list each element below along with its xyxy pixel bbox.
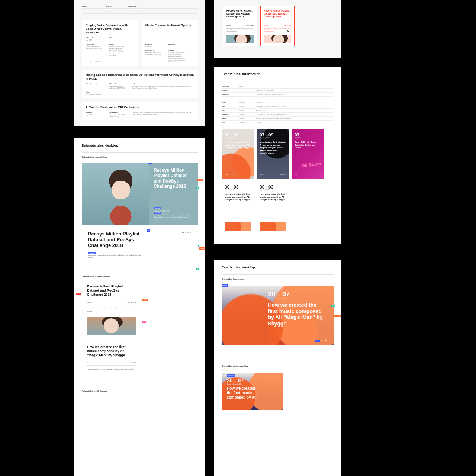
pub-card-2[interactable]: Music Personalization at Spotify Deliver… <box>142 20 198 66</box>
artboard-publications: Authors Required Custom text Link Requir… <box>74 0 205 126</box>
artboard-events-desktop: Events tiles, desktop Events tiles, larg… <box>214 260 341 476</box>
hover-default-photo <box>226 35 254 43</box>
marker-m-right-1: 16 px <box>142 299 148 301</box>
event-hero-title: How we created the first music composed … <box>268 302 327 327</box>
medium2-desc: Lorem ipsum dolor sit amet, consectetur … <box>87 369 136 373</box>
cursor-icon <box>287 30 290 33</box>
datasets-section-title: Datasets tiles, desktop <box>82 144 198 147</box>
marker-m-right-2: 4% <box>142 321 146 323</box>
datasets-sub-small: Dataset tiles, small, desktop <box>82 390 198 392</box>
pub-card-1-title: Singing Voice Separation with Deep U-Net… <box>86 23 134 35</box>
events-desk-sub-medium: Events tiles, medium, desktop <box>222 365 334 367</box>
pub1-venue-label: Published in <box>86 43 103 45</box>
dataset-white-desc: Lorem ipsum dolor sit amet, consectetur … <box>88 254 141 258</box>
pub-card-1[interactable]: Singing Voice Separation with Deep U-Net… <box>82 20 138 66</box>
row-link-req: Required <box>105 11 123 13</box>
pub1-date: July 2017 <box>86 39 92 41</box>
pub1-authors-label: Authors <box>109 43 126 45</box>
marker-intro: intro-wide <box>154 212 161 214</box>
hover-card-active[interactable]: Recsys Million Playlist Dataset and RecS… <box>260 6 295 46</box>
event-tile-medium[interactable]: date-start 30 → 07 August September 2018… <box>222 373 283 410</box>
pub1-status-label: Publisher <box>109 37 126 39</box>
dataset-white-date: Jan 12, 2018 <box>181 232 191 234</box>
dataset-white-title: Recsys Million Playlist Dataset and RecS… <box>88 231 145 248</box>
medium1-date: Jan 12, 2018 <box>128 301 136 303</box>
marker-intro-2: intro-wide <box>88 252 96 254</box>
row-link-val: Link out • Download file <box>128 11 146 13</box>
marker-datestart: date-start <box>222 284 228 287</box>
pub-card-3-title: Mining Labeled Data from Web-Scale Colle… <box>86 73 194 81</box>
ev-marker-2: intro-wide <box>334 315 341 317</box>
tile5-photo <box>260 222 286 231</box>
event-tile-5[interactable]: 30→03 April May 2018 How we created the … <box>257 181 289 234</box>
dataset-tile-large-image[interactable]: title Recsys Million Playlist Dataset an… <box>82 163 198 225</box>
dataset-tile-medium-2[interactable]: How we created the first music composed … <box>82 341 141 377</box>
events-desk-title: Events tiles, desktop <box>222 266 334 269</box>
row-link-label: Link <box>82 11 100 13</box>
hover-active-title: Recsys Million Playlist Dataset and RecS… <box>264 9 291 18</box>
pub2-status: Accepted <box>168 43 186 45</box>
col-authors: Authors <box>82 5 100 7</box>
marker-loc: location <box>315 340 320 342</box>
dataset-hero-photo <box>82 163 149 225</box>
event-tile-4[interactable]: 30→03 April May 2018 How we created the … <box>222 181 254 234</box>
upcoming-label: Upcoming event <box>222 282 334 284</box>
datasets-sub-medium: Datasets tiles, medium, desktop <box>82 276 198 278</box>
hover-active-photo <box>264 35 291 43</box>
hover-default-body: Lorem ipsum dolor sit amet, consectetur … <box>226 28 254 32</box>
dataset-tile-large-text[interactable]: title Recsys Million Playlist Dataset an… <box>82 226 198 264</box>
medium1-title: Recsys Million Playlist Dataset and RecS… <box>87 284 131 297</box>
medium2-cat: Dataset <box>87 362 92 364</box>
marker-right-5: 40 <box>196 268 199 270</box>
event-tile-2[interactable]: 07→09 May May 2018 Introducing Coördinat… <box>257 129 289 178</box>
event-tile-3[interactable]: 07 May 2018 Open Talk with Data Scientis… <box>292 129 324 178</box>
marker-title-2: title <box>147 229 150 232</box>
dataset-hero-intro: Lorem ipsum dolor sit amet, consectetur … <box>154 214 190 219</box>
pub-card-3[interactable]: Mining Labeled Data from Web-Scale Colle… <box>82 70 198 98</box>
artboard-hover-cards: Recsys Million Playlist Dataset and RecS… <box>214 0 341 58</box>
medium2-date: Jan 12, 2018 <box>128 362 136 364</box>
pub-card-2-title: Music Personalization at Spotify <box>145 23 194 27</box>
marker-category: category <box>154 207 161 209</box>
datasets-sub-large: Datasets tiles, large, desktop <box>82 156 198 158</box>
artboard-events-info: Events tiles, information PropertiesValu… <box>214 67 341 244</box>
marker-right-4: intro-wide <box>199 247 205 250</box>
marker-med-date: date-start <box>227 374 235 377</box>
medium1-photo <box>87 317 136 335</box>
event-tile-1[interactable]: 30→03 April May 2018 How we created the … <box>222 129 254 178</box>
dataset-tile-medium-1[interactable]: Recsys Million Playlist Dataset and RecS… <box>82 280 141 339</box>
event-tile-large[interactable]: date-start 30 → 07 August September 2018… <box>222 286 334 345</box>
events-info-title: Events tiles, information <box>222 72 334 76</box>
upcoming-label-2: Upcoming event <box>222 369 334 371</box>
marker-left-red: 40 px <box>76 293 81 295</box>
dataset-hero-title: Recsys Million Playlist Dataset and RecS… <box>154 168 190 189</box>
events-desk-sub-large: Events tiles, large, desktop <box>222 278 334 280</box>
hover-default-title: Recsys Million Playlist Dataset and RecS… <box>226 9 254 18</box>
medium1-desc: Lorem ipsum dolor sit amet, consectetur … <box>87 308 136 312</box>
hover-card-default[interactable]: Recsys Million Playlist Dataset and RecS… <box>223 6 257 46</box>
marker-right-1: 16 px <box>197 179 203 181</box>
col-custom: Custom text <box>128 5 146 7</box>
pub-card-4[interactable]: A Plan for Sustainable MIR Evaluation De… <box>82 102 198 120</box>
tile4-photo <box>225 222 251 231</box>
event-medium-title: How we created the first music composed … <box>227 386 257 400</box>
pub-card-4-title: A Plan for Sustainable MIR Evaluation <box>86 106 194 109</box>
col-required: Required <box>105 5 123 7</box>
artboard-datasets-desktop: Datasets tiles, desktop Datasets tiles, … <box>74 138 205 476</box>
pub1-link-label: Links <box>86 59 103 61</box>
medium1-cat: Dataset <box>87 301 92 303</box>
medium2-title: How we created the first music composed … <box>87 345 131 358</box>
